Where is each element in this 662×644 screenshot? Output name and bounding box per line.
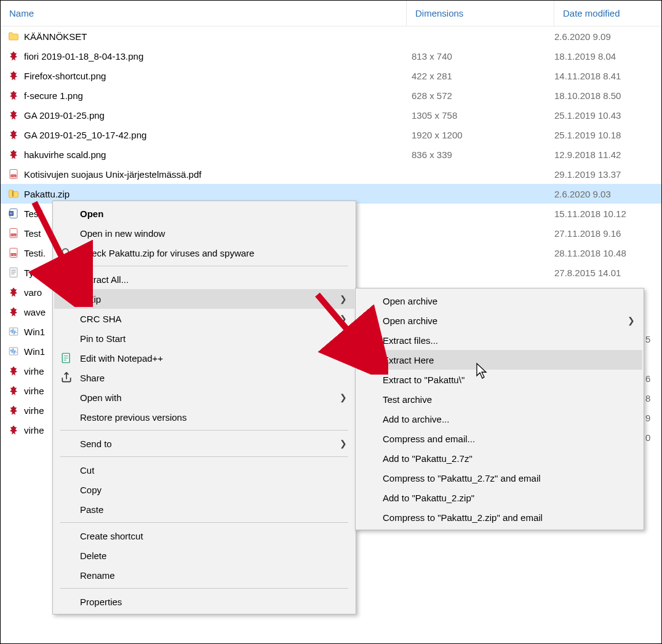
svg-text:PDF: PDF [11, 254, 16, 256]
file-dimensions: 1920 x 1200 [407, 130, 554, 140]
submenu-extract-files[interactable]: Extract files... [357, 330, 642, 350]
file-row[interactable]: PDFKotisivujen suojaus Unix-järjestelmäs… [1, 164, 661, 184]
menu-separator [60, 522, 348, 523]
file-name: varo [24, 287, 42, 298]
svg-rect-3 [12, 191, 14, 197]
zip-icon [8, 188, 19, 199]
file-dimensions: 422 x 281 [407, 71, 554, 81]
doc-icon: W [8, 208, 19, 219]
menu-delete[interactable]: Delete [54, 546, 354, 565]
file-row[interactable]: hakuvirhe scald.png836 x 33912.9.2018 11… [1, 145, 661, 164]
file-date: 25.1.2019 10.43 [554, 110, 654, 121]
menu-cut[interactable]: Cut [54, 460, 354, 480]
menu-separator [60, 266, 348, 266]
menu-open-with[interactable]: Open with ❯ [54, 388, 354, 407]
file-name: f-secure 1.png [24, 90, 83, 101]
column-header-dimensions[interactable]: Dimensions [407, 1, 554, 26]
file-name: virhe [24, 405, 44, 416]
png-icon [8, 365, 19, 376]
menu-send-to[interactable]: Send to ❯ [54, 434, 354, 453]
file-row[interactable]: GA 2019-01-25_10-17-42.png1920 x 120025.… [1, 125, 661, 145]
file-name: Win1 [24, 346, 45, 357]
menu-check-virus[interactable]: Check Pakattu.zip for viruses and spywar… [54, 243, 354, 263]
file-date: 12.9.2018 11.42 [554, 149, 654, 160]
file-name: Testi. [24, 248, 46, 258]
menu-extract-all[interactable]: Extract All... [54, 269, 354, 289]
menu-edit-notepad[interactable]: Edit with Notepad++ [54, 348, 354, 368]
file-row[interactable]: fiori 2019-01-18_8-04-13.png813 x 74018.… [1, 46, 661, 66]
menu-7zip[interactable]: 7-Zip ❯ [54, 289, 354, 309]
menu-copy[interactable]: Copy [54, 480, 354, 499]
menu-open[interactable]: Open [54, 204, 354, 223]
file-date: 2.6.2020 9.09 [554, 31, 654, 42]
file-dimensions: 1305 x 758 [407, 110, 554, 121]
submenu-add-zip[interactable]: Add to "Pakattu_2.zip" [357, 488, 642, 507]
submenu-extract-here[interactable]: Extract Here [357, 350, 642, 370]
submenu-7zip: Open archive Open archive ❯ Extract file… [355, 288, 644, 530]
png-icon [8, 385, 19, 396]
png-icon [8, 50, 19, 62]
column-header-name[interactable]: Name [1, 1, 407, 26]
png-icon [8, 149, 19, 160]
submenu-test-archive[interactable]: Test archive [357, 389, 642, 409]
submenu-compress-7z-email[interactable]: Compress to "Pakattu_2.7z" and email [357, 468, 642, 488]
file-name: hakuvirhe scald.png [24, 149, 106, 160]
file-date: 18.1.2019 8.04 [554, 51, 654, 62]
notepad-icon [60, 352, 73, 364]
column-header-row: Name Dimensions Date modified [1, 1, 661, 26]
submenu-compress-zip-email[interactable]: Compress to "Pakattu_2.zip" and email [357, 507, 642, 527]
menu-open-new-window[interactable]: Open in new window [54, 223, 354, 243]
submenu-add-7z[interactable]: Add to "Pakattu_2.7z" [357, 448, 642, 468]
png-icon [8, 129, 19, 140]
menu-separator [60, 430, 348, 431]
file-name: virhe [24, 366, 44, 376]
menu-share[interactable]: Share [54, 368, 354, 388]
menu-pin-start[interactable]: Pin to Start [54, 328, 354, 348]
menu-restore-versions[interactable]: Restore previous versions [54, 407, 354, 427]
file-row[interactable]: GA 2019-01-25.png1305 x 75825.1.2019 10.… [1, 105, 661, 125]
file-name: Win1 [24, 327, 45, 337]
file-name: Firefox-shortcut.png [24, 71, 106, 81]
file-name: virhe [24, 386, 44, 396]
submenu-add-to-archive[interactable]: Add to archive... [357, 409, 642, 429]
context-menu: Open Open in new window Check Pakattu.zi… [52, 201, 356, 614]
file-row[interactable]: KÄÄNNÖKSET2.6.2020 9.09 [1, 26, 661, 46]
file-dimensions: 836 x 339 [407, 149, 554, 160]
svg-text:PDF: PDF [11, 175, 16, 178]
file-name: virhe [24, 425, 44, 435]
svg-rect-13 [10, 268, 17, 277]
file-date: 14.11.2018 8.41 [554, 71, 654, 81]
magnifier-icon [60, 247, 73, 259]
png-icon [8, 287, 19, 298]
file-name: Test [24, 228, 41, 239]
truncated-date-digit: 9 [645, 413, 659, 423]
pdf-icon: PDF [8, 247, 19, 258]
submenu-open-archive-2[interactable]: Open archive ❯ [357, 311, 642, 330]
menu-rename[interactable]: Rename [54, 565, 354, 585]
folder-icon [8, 31, 19, 42]
file-date: 18.10.2018 8.50 [554, 90, 654, 101]
menu-paste[interactable]: Paste [54, 499, 354, 519]
submenu-extract-to[interactable]: Extract to "Pakattu\" [357, 370, 642, 389]
menu-crc-sha[interactable]: CRC SHA ❯ [54, 309, 354, 328]
submenu-compress-email[interactable]: Compress and email... [357, 429, 642, 448]
pdf-icon: PDF [8, 228, 19, 239]
file-dimensions: 628 x 572 [407, 90, 554, 101]
chevron-right-icon: ❯ [340, 439, 347, 448]
truncated-date-digit: 0 [645, 432, 659, 443]
menu-properties[interactable]: Properties [54, 592, 354, 611]
file-row[interactable]: Firefox-shortcut.png422 x 28114.11.2018 … [1, 66, 661, 85]
menu-create-shortcut[interactable]: Create shortcut [54, 526, 354, 546]
truncated-date-digit: 5 [645, 334, 659, 344]
txt-icon [8, 267, 19, 278]
share-icon [60, 372, 73, 384]
pdf-icon: PDF [8, 169, 19, 180]
png-icon [8, 70, 19, 81]
file-row[interactable]: f-secure 1.png628 x 57218.10.2018 8.50 [1, 85, 661, 105]
submenu-open-archive[interactable]: Open archive [357, 291, 642, 311]
truncated-date-digit: 8 [645, 393, 659, 403]
file-name: GA 2019-01-25_10-17-42.png [24, 130, 146, 140]
file-date: 15.11.2018 10.12 [554, 209, 654, 219]
file-name: Kotisivujen suojaus Unix-järjestelmässä.… [24, 169, 201, 180]
column-header-date[interactable]: Date modified [554, 1, 661, 26]
